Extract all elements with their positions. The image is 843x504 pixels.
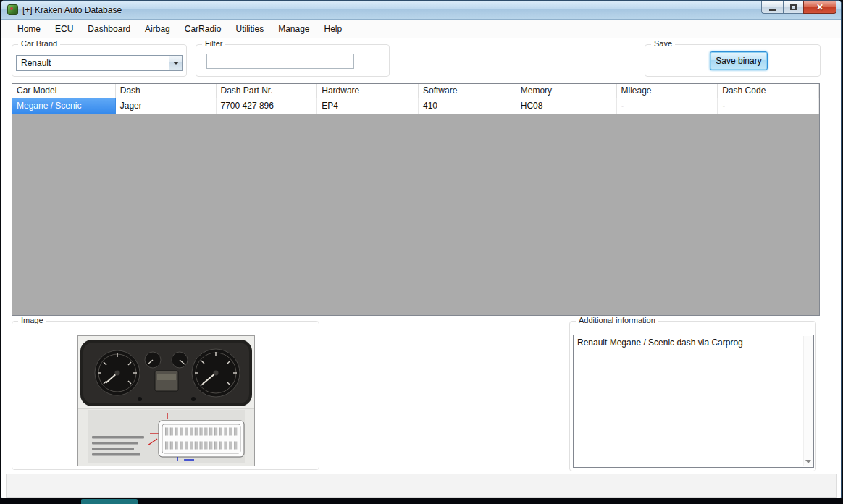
table-header: Car Model Dash Dash Part Nr. Hardware So… — [12, 84, 819, 98]
chevron-down-icon — [805, 460, 811, 463]
info-scrollbar[interactable] — [803, 336, 813, 466]
maximize-button[interactable] — [783, 1, 803, 14]
cell-hardware: EP4 — [317, 98, 419, 114]
minimize-icon — [769, 9, 776, 11]
taskbar-fragment — [81, 499, 138, 504]
column-header-car-model[interactable]: Car Model — [12, 84, 116, 98]
column-header-hardware[interactable]: Hardware — [317, 84, 419, 98]
cell-software: 410 — [419, 98, 516, 114]
minimize-button[interactable] — [761, 1, 783, 14]
combobox-dropdown-button[interactable] — [169, 56, 182, 70]
filter-label: Filter — [202, 39, 225, 48]
maximize-icon — [790, 4, 797, 10]
app-window: [+] Kraken Auto Database ✕ Home ECU Dash… — [1, 0, 842, 499]
save-groupbox: Save Save binary — [645, 44, 821, 77]
menu-item-utilities[interactable]: Utilities — [228, 21, 271, 37]
car-brand-groupbox: Car Brand Renault — [12, 44, 187, 77]
menu-item-ecu[interactable]: ECU — [48, 21, 80, 37]
column-header-software[interactable]: Software — [419, 84, 516, 98]
menu-item-airbag[interactable]: Airbag — [138, 21, 177, 37]
car-brand-label: Car Brand — [18, 39, 60, 48]
cell-dash-code: - — [718, 98, 819, 114]
image-groupbox: Image — [12, 321, 319, 470]
info-textbox[interactable]: Renault Megane / Scenic dash via Carprog — [573, 335, 814, 468]
menu-item-dashboard[interactable]: Dashboard — [80, 21, 138, 37]
window-title: [+] Kraken Auto Database — [22, 5, 122, 15]
car-brand-combobox[interactable]: Renault — [16, 55, 183, 71]
filter-groupbox: Filter — [196, 44, 390, 77]
menu-item-help[interactable]: Help — [317, 21, 350, 37]
window-controls: ✕ — [761, 1, 836, 14]
dashboard-photo — [77, 335, 255, 466]
menubar: Home ECU Dashboard Airbag CarRadio Utili… — [1, 20, 841, 38]
table-row[interactable]: Megane / Scenic Jager 7700 427 896 EP4 4… — [12, 98, 819, 114]
close-icon: ✕ — [816, 2, 823, 12]
cell-mileage: - — [617, 98, 718, 114]
chevron-down-icon — [173, 62, 179, 65]
scrollbar-down-button[interactable] — [805, 458, 811, 465]
column-header-dash-code[interactable]: Dash Code — [718, 84, 819, 98]
cell-dash: Jager — [116, 98, 217, 114]
titlebar[interactable]: [+] Kraken Auto Database ✕ — [1, 1, 841, 20]
info-label: Additional information — [576, 316, 658, 324]
save-label: Save — [651, 39, 675, 48]
car-brand-value: Renault — [17, 58, 169, 68]
close-button[interactable]: ✕ — [803, 1, 836, 14]
taskbar — [0, 498, 843, 504]
app-icon — [7, 4, 18, 15]
status-bar — [6, 474, 837, 498]
column-header-dash-part-nr[interactable]: Dash Part Nr. — [217, 84, 318, 98]
cell-dash-part-nr: 7700 427 896 — [217, 98, 318, 114]
info-groupbox: Additional information Renault Megane / … — [569, 321, 816, 471]
info-text: Renault Megane / Scenic dash via Carprog — [574, 335, 813, 350]
menu-item-manage[interactable]: Manage — [271, 21, 316, 37]
column-header-mileage[interactable]: Mileage — [617, 84, 718, 98]
client-area: Car Brand Renault Filter Save Save binar… — [1, 38, 841, 499]
image-label: Image — [18, 316, 46, 324]
cell-car-model: Megane / Scenic — [12, 98, 116, 114]
save-binary-button[interactable]: Save binary — [710, 51, 768, 70]
filter-input[interactable] — [206, 54, 354, 69]
dashboard-photo-svg — [77, 335, 255, 466]
car-table: Car Model Dash Dash Part Nr. Hardware So… — [12, 83, 820, 316]
desktop: [+] Kraken Auto Database ✕ Home ECU Dash… — [0, 0, 843, 504]
menu-item-home[interactable]: Home — [10, 21, 48, 37]
menu-item-carradio[interactable]: CarRadio — [177, 21, 229, 37]
column-header-memory[interactable]: Memory — [516, 84, 617, 98]
cell-memory: HC08 — [516, 98, 617, 114]
column-header-dash[interactable]: Dash — [116, 84, 217, 98]
